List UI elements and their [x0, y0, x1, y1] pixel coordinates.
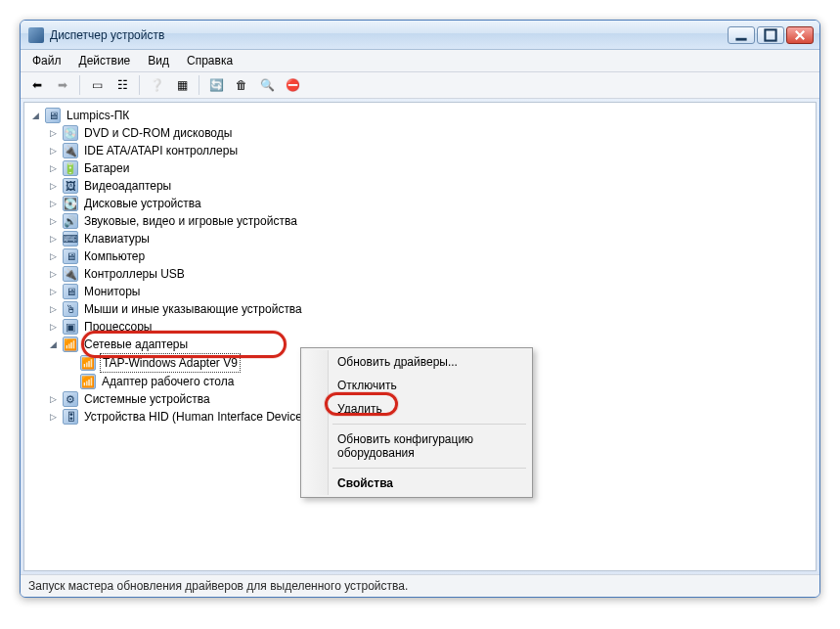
title-bar[interactable]: Диспетчер устройств	[21, 21, 819, 50]
expand-icon[interactable]: ▷	[48, 394, 59, 405]
window-icon: ▭	[92, 78, 103, 92]
help-icon: ❔	[150, 78, 164, 92]
expand-icon[interactable]	[66, 358, 76, 369]
menu-view[interactable]: Вид	[140, 52, 177, 69]
expand-icon[interactable]: ▷	[48, 163, 59, 174]
expand-icon[interactable]: ▷	[48, 269, 59, 280]
tree-category[interactable]: ▷💽Дисковые устройства	[46, 195, 816, 212]
update-driver-button[interactable]: 🔄	[204, 74, 228, 96]
network-adapter-icon: 📶	[80, 355, 96, 371]
category-icon: 🔊	[63, 213, 78, 229]
tree-node-label: Дисковые устройства	[82, 195, 203, 212]
menu-file[interactable]: Файл	[24, 52, 69, 69]
context-menu: Обновить драйверы... Отключить Удалить О…	[300, 347, 533, 498]
expand-icon[interactable]: ▷	[48, 251, 59, 262]
tree-category[interactable]: ▷🖼Видеоадаптеры	[46, 177, 816, 195]
toolbar-separator	[79, 75, 80, 95]
expand-icon[interactable]: ▷	[48, 304, 59, 315]
tree-category[interactable]: ▷🖥Мониторы	[46, 283, 816, 300]
category-icon: 🖥	[63, 248, 78, 264]
minimize-button[interactable]	[728, 26, 755, 44]
disable-icon: ⛔	[286, 78, 300, 92]
expand-icon[interactable]: ▷	[48, 412, 59, 423]
expand-icon[interactable]: ▷	[48, 199, 59, 209]
tree-node-label: Компьютер	[82, 247, 147, 265]
root-label: Lumpics-ПК	[65, 107, 131, 124]
category-icon: 💽	[63, 196, 78, 211]
tree-category[interactable]: ▷🖱Мыши и иные указывающие устройства	[46, 300, 816, 318]
disable-button[interactable]: ⛔	[281, 74, 304, 96]
category-icon: 🖱	[63, 301, 78, 317]
tree-node-label: Системные устройства	[82, 390, 212, 408]
context-separator	[332, 424, 526, 425]
tree-node-label: Процессоры	[82, 318, 155, 336]
expand-icon[interactable]	[66, 377, 76, 387]
network-icon: 📶	[63, 337, 78, 352]
category-icon: 🖥	[63, 284, 78, 299]
device-tree-pane[interactable]: ◢ 🖥 Lumpics-ПК ▷💿DVD и CD-ROM дисководы▷…	[23, 102, 817, 571]
tree-node-label: Адаптер рабочего стола	[100, 373, 236, 390]
computer-icon: 🖥	[45, 108, 61, 123]
help-button[interactable]: ❔	[145, 74, 168, 96]
network-adapter-icon: 📶	[80, 374, 96, 389]
show-hidden-button[interactable]: ▭	[85, 74, 109, 96]
category-icon: 🔌	[63, 266, 78, 282]
tree-category[interactable]: ▷▣Процессоры	[46, 318, 816, 336]
svg-rect-1	[765, 29, 775, 40]
context-properties[interactable]: Свойства	[303, 472, 530, 495]
arrow-left-icon: ⬅	[32, 78, 42, 92]
tree-node-label: Клавиатуры	[82, 230, 152, 247]
tree-category[interactable]: ▷⌨Клавиатуры	[46, 230, 816, 247]
tree-node-label: Видеоадаптеры	[82, 177, 173, 195]
menu-bar: Файл Действие Вид Справка	[21, 50, 819, 72]
uninstall-icon: 🗑	[236, 78, 247, 92]
tree-category[interactable]: ▷🖥Компьютер	[46, 247, 816, 265]
tree-category[interactable]: ▷💿DVD и CD-ROM дисководы	[46, 124, 816, 142]
context-disable[interactable]: Отключить	[303, 374, 530, 397]
scan-hardware-button[interactable]: 🔍	[255, 74, 279, 96]
context-delete[interactable]: Удалить	[303, 397, 530, 421]
category-icon: 🖼	[63, 178, 78, 194]
tree-node-label: Устройства HID (Human Interface Devices)	[82, 408, 314, 426]
expand-icon[interactable]: ▷	[48, 181, 59, 192]
context-update-drivers[interactable]: Обновить драйверы...	[303, 350, 530, 374]
expand-icon[interactable]: ▷	[48, 146, 59, 157]
collapse-icon[interactable]: ◢	[30, 111, 41, 121]
refresh-button[interactable]: ▦	[170, 74, 194, 96]
refresh-icon: 🔄	[209, 78, 224, 92]
uninstall-button[interactable]: 🗑	[230, 74, 253, 96]
toolbar: ⬅ ➡ ▭ ☷ ❔ ▦ 🔄 🗑 🔍 ⛔	[21, 72, 819, 99]
expand-icon[interactable]: ▷	[48, 322, 59, 333]
back-button[interactable]: ⬅	[25, 74, 49, 96]
tree-node-label: TAP-Windows Adapter V9	[100, 353, 241, 373]
window-title: Диспетчер устройств	[50, 28, 728, 42]
tree-category[interactable]: ▷🔌IDE ATA/ATAPI контроллеры	[46, 142, 816, 159]
category-icon: 🔌	[63, 143, 78, 158]
category-icon: 💿	[63, 125, 78, 141]
status-bar: Запуск мастера обновления драйверов для …	[21, 574, 819, 597]
tree-category[interactable]: ▷🔋Батареи	[46, 159, 816, 177]
properties-button[interactable]: ☷	[111, 74, 134, 96]
category-icon: 🔋	[63, 160, 78, 176]
collapse-icon[interactable]: ◢	[48, 339, 59, 350]
menu-action[interactable]: Действие	[71, 52, 139, 69]
tree-category[interactable]: ▷🔌Контроллеры USB	[46, 265, 816, 283]
category-icon: ▣	[63, 319, 78, 335]
tree-root[interactable]: ◢ 🖥 Lumpics-ПК	[28, 107, 816, 124]
tree-category[interactable]: ▷🔊Звуковые, видео и игровые устройства	[46, 212, 816, 230]
expand-icon[interactable]: ▷	[48, 234, 59, 245]
menu-help[interactable]: Справка	[179, 52, 241, 69]
tree-node-label: DVD и CD-ROM дисководы	[82, 124, 234, 142]
expand-icon[interactable]: ▷	[48, 128, 59, 139]
maximize-button[interactable]	[757, 26, 784, 44]
expand-icon[interactable]: ▷	[48, 287, 59, 297]
context-rescan[interactable]: Обновить конфигурацию оборудования	[303, 427, 530, 465]
toolbar-separator	[199, 75, 199, 95]
tree-node-label: Звуковые, видео и игровые устройства	[82, 212, 299, 230]
category-icon: ⚙	[63, 391, 78, 407]
app-icon	[28, 27, 44, 43]
close-button[interactable]	[786, 26, 814, 44]
tree-node-label: Мыши и иные указывающие устройства	[82, 300, 304, 318]
expand-icon[interactable]: ▷	[48, 216, 59, 227]
forward-button[interactable]: ➡	[51, 74, 74, 96]
